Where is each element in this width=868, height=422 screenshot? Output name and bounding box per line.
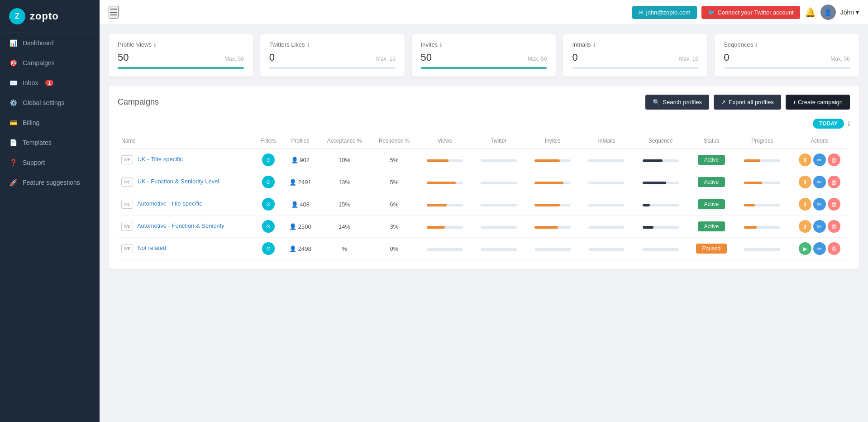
info-icon-invites: ℹ bbox=[440, 42, 442, 48]
campaign-name-link[interactable]: UK - Function & Seniority Level bbox=[138, 178, 219, 185]
today-toggle-row: TODAY ℹ bbox=[118, 119, 850, 129]
sidebar-item-inbox[interactable]: ✉️ Inbox 1 bbox=[0, 73, 100, 93]
sidebar-label-inbox: Inbox bbox=[23, 79, 38, 86]
email-button[interactable]: ✉ john@zopto.com bbox=[632, 6, 697, 19]
mini-bar-fill bbox=[427, 182, 456, 184]
mini-bar-fill bbox=[534, 204, 560, 206]
export-icon: ↗ bbox=[721, 99, 726, 106]
cell-progress bbox=[735, 216, 789, 238]
stat-card-inmails: Inmails ℹ 0 Max. 10 bbox=[563, 34, 707, 77]
sidebar-item-global-settings[interactable]: ⚙️ Global settings bbox=[0, 93, 100, 113]
stat-card-sequences: Sequences ℹ 0 Max. 50 bbox=[715, 34, 859, 77]
stat-title-twitter-likes: Twitters Likes ℹ bbox=[269, 41, 396, 48]
stat-title-inmails: Inmails ℹ bbox=[572, 41, 698, 48]
cell-actions: ⏸ ✏ 🗑 bbox=[789, 171, 850, 193]
status-badge: Active bbox=[698, 199, 725, 209]
sidebar-item-feature-suggestions[interactable]: 🚀 Feature suggestions bbox=[0, 173, 100, 192]
stat-values-invites: 50 Max. 50 bbox=[421, 52, 547, 63]
cell-views bbox=[418, 238, 472, 260]
mini-bar-fill bbox=[643, 182, 666, 184]
sidebar-item-templates[interactable]: 📄 Templates bbox=[0, 133, 100, 153]
search-profiles-button[interactable]: 🔍 Search profiles bbox=[645, 95, 709, 110]
cell-acceptance: % bbox=[319, 238, 371, 260]
twitter-connect-button[interactable]: 🐦 Connect your Twitter account bbox=[701, 6, 800, 19]
delete-button[interactable]: 🗑 bbox=[828, 220, 840, 233]
filter-icon: ⊙ bbox=[262, 242, 275, 255]
status-badge: Active bbox=[698, 155, 725, 165]
pause-button[interactable]: ⏸ bbox=[799, 176, 811, 188]
mini-bar-container bbox=[481, 248, 517, 251]
cell-twitter bbox=[472, 171, 525, 193]
stat-current-profile-views: 50 bbox=[118, 52, 129, 63]
mini-bar-fill bbox=[427, 159, 448, 162]
mini-bar-fill bbox=[534, 159, 560, 162]
pause-button[interactable]: ⏸ bbox=[799, 220, 811, 233]
cell-progress bbox=[735, 193, 789, 216]
stat-current-invites: 50 bbox=[421, 52, 432, 63]
campaigns-table: Name Filters Profiles Acceptance % Respo… bbox=[118, 133, 850, 260]
cell-filters: ⊙ bbox=[255, 149, 282, 171]
campaign-name-link[interactable]: Automotive - Function & Seniority bbox=[137, 222, 224, 229]
stat-bar-fill-profile-views bbox=[118, 67, 244, 69]
actions-cell: ⏸ ✏ 🗑 bbox=[793, 153, 846, 166]
edit-button[interactable]: ✏ bbox=[813, 153, 826, 166]
edit-button[interactable]: ✏ bbox=[813, 176, 826, 188]
delete-button[interactable]: 🗑 bbox=[828, 198, 840, 211]
campaign-name-link[interactable]: Not related bbox=[138, 245, 167, 251]
mini-bar-fill bbox=[643, 226, 653, 229]
actions-cell: ▶ ✏ 🗑 bbox=[793, 242, 846, 255]
filter-icon: ⊙ bbox=[262, 176, 275, 188]
user-name[interactable]: John ▾ bbox=[840, 9, 859, 16]
delete-button[interactable]: 🗑 bbox=[828, 176, 840, 188]
campaigns-title: Campaigns bbox=[118, 97, 159, 107]
mini-bar-container bbox=[643, 182, 679, 184]
cell-profiles: 👤 2491 bbox=[282, 171, 318, 193]
stat-values-sequences: 0 Max. 50 bbox=[724, 52, 850, 63]
cell-inmails bbox=[580, 238, 634, 260]
pause-button[interactable]: ⏸ bbox=[799, 198, 811, 211]
edit-button[interactable]: ✏ bbox=[813, 220, 826, 233]
cell-invites bbox=[526, 193, 580, 216]
actions-cell: ⏸ ✏ 🗑 bbox=[793, 176, 846, 188]
today-toggle-button[interactable]: TODAY bbox=[813, 119, 844, 129]
mini-bar-container bbox=[744, 182, 780, 184]
mini-bar-container bbox=[481, 182, 517, 184]
notification-icon[interactable]: 🔔 bbox=[805, 7, 816, 18]
play-button[interactable]: ▶ bbox=[799, 242, 811, 255]
cell-views bbox=[418, 193, 472, 216]
sidebar-item-campaigns[interactable]: 🎯 Campaigns bbox=[0, 53, 100, 73]
edit-button[interactable]: ✏ bbox=[813, 198, 826, 211]
sidebar-item-billing[interactable]: 💳 Billing bbox=[0, 113, 100, 133]
cell-inmails bbox=[580, 149, 634, 171]
col-sequence: Sequence bbox=[634, 133, 687, 149]
stat-bar-invites bbox=[421, 67, 547, 69]
campaign-name-link[interactable]: Automotive - title specific bbox=[137, 200, 202, 207]
inbox-badge: 1 bbox=[45, 80, 53, 86]
we-badge: WE bbox=[121, 222, 133, 231]
pause-button[interactable]: ⏸ bbox=[799, 153, 811, 166]
cell-views bbox=[418, 149, 472, 171]
stat-title-sequences: Sequences ℹ bbox=[724, 41, 850, 48]
info-icon-twitter-likes: ℹ bbox=[307, 42, 310, 48]
sidebar-item-support[interactable]: ❓ Support bbox=[0, 153, 100, 173]
delete-button[interactable]: 🗑 bbox=[828, 153, 840, 166]
delete-button[interactable]: 🗑 bbox=[828, 242, 840, 255]
mini-bar-fill bbox=[534, 226, 558, 229]
col-response: Response % bbox=[371, 133, 418, 149]
mini-bar-fill bbox=[427, 204, 447, 206]
cell-status: Active bbox=[687, 149, 735, 171]
table-row: WE Automotive - Function & Seniority ⊙ 👤… bbox=[118, 216, 850, 238]
we-badge: WE bbox=[121, 200, 133, 209]
stat-bar-profile-views bbox=[118, 67, 244, 69]
export-profiles-button[interactable]: ↗ Export all profiles bbox=[714, 95, 781, 110]
create-campaign-button[interactable]: + Create campaign bbox=[786, 95, 850, 110]
cell-views bbox=[418, 171, 472, 193]
col-status: Status bbox=[687, 133, 735, 149]
templates-icon: 📄 bbox=[9, 139, 17, 147]
campaigns-table-body: WE UK - Title specific ⊙ 👤 902 10% 5% Ac… bbox=[118, 149, 850, 260]
edit-button[interactable]: ✏ bbox=[813, 242, 826, 255]
sidebar-item-dashboard[interactable]: 📊 Dashboard bbox=[0, 33, 100, 53]
hamburger-button[interactable]: ☰ bbox=[109, 6, 119, 19]
mini-bar-container bbox=[744, 248, 780, 251]
campaign-name-link[interactable]: UK - Title specific bbox=[138, 156, 183, 163]
